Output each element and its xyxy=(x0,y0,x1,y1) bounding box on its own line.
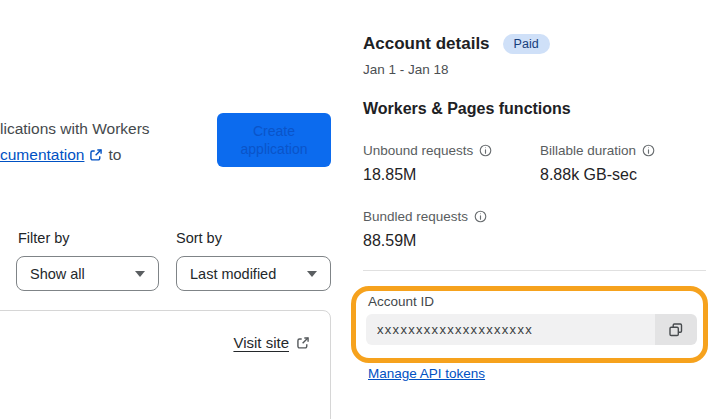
account-details-title: Account details xyxy=(363,34,490,54)
stat-label: Billable duration xyxy=(540,143,715,158)
documentation-link[interactable]: cumentation xyxy=(0,142,84,168)
stat-value: 18.85M xyxy=(363,166,538,184)
filter-dropdown-value: Show all xyxy=(30,266,85,282)
chevron-down-icon xyxy=(135,271,145,277)
intro-line-2: cumentation to xyxy=(0,142,150,168)
visit-site-label: Visit site xyxy=(233,334,289,351)
chevron-down-icon xyxy=(307,271,317,277)
filter-dropdown[interactable]: Show all xyxy=(16,256,159,291)
copy-button[interactable] xyxy=(655,314,697,345)
plan-badge: Paid xyxy=(503,34,550,54)
divider xyxy=(363,270,706,271)
stat-label-text: Unbound requests xyxy=(363,143,473,158)
intro-line-2-text: to xyxy=(108,142,121,168)
stat-value: 8.88k GB-sec xyxy=(540,166,715,184)
sort-dropdown-value: Last modified xyxy=(190,266,276,282)
info-icon[interactable] xyxy=(479,144,492,157)
stat-label-text: Bundled requests xyxy=(363,209,468,224)
filter-by-label: Filter by xyxy=(18,230,70,246)
stat-unbound-requests: Unbound requests 18.85M xyxy=(363,143,538,184)
stat-label-text: Billable duration xyxy=(540,143,636,158)
info-icon[interactable] xyxy=(474,210,487,223)
visit-site-link[interactable]: Visit site xyxy=(233,334,310,351)
stat-bundled-requests: Bundled requests 88.59M xyxy=(363,209,538,250)
stat-value: 88.59M xyxy=(363,232,538,250)
account-id-group xyxy=(366,314,697,345)
stat-billable-duration: Billable duration 8.88k GB-sec xyxy=(540,143,715,184)
project-card: Visit site xyxy=(0,310,331,419)
functions-section-title: Workers & Pages functions xyxy=(363,100,571,118)
copy-icon xyxy=(668,322,684,338)
info-icon[interactable] xyxy=(642,144,655,157)
workers-pages-dashboard: lications with Workers cumentation to Cr… xyxy=(0,0,718,419)
sort-dropdown[interactable]: Last modified xyxy=(176,256,331,291)
intro-line-1: lications with Workers xyxy=(0,116,150,142)
stat-label: Bundled requests xyxy=(363,209,538,224)
date-range: Jan 1 - Jan 18 xyxy=(363,62,449,77)
external-link-icon xyxy=(89,148,103,162)
account-id-input[interactable] xyxy=(366,314,655,345)
create-application-button[interactable]: Create application xyxy=(217,113,331,167)
intro-text: lications with Workers cumentation to xyxy=(0,116,150,168)
account-id-label: Account ID xyxy=(368,294,434,309)
account-details-header: Account details Paid xyxy=(363,34,550,54)
intro-line-1-text: lications with Workers xyxy=(0,116,150,142)
sort-by-label: Sort by xyxy=(176,230,222,246)
manage-api-tokens-link[interactable]: Manage API tokens xyxy=(368,366,485,381)
stat-label: Unbound requests xyxy=(363,143,538,158)
external-link-icon xyxy=(296,336,310,350)
